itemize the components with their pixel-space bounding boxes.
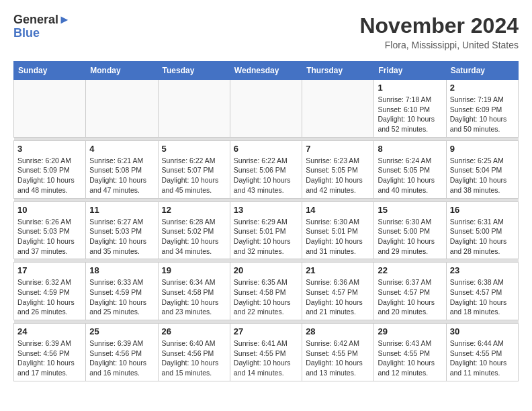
calendar-cell: 17Sunrise: 6:32 AMSunset: 4:59 PMDayligh… (14, 263, 86, 320)
calendar-cell (230, 80, 302, 138)
day-info: Sunrise: 6:33 AMSunset: 4:59 PMDaylight:… (89, 277, 154, 317)
calendar-cell: 28Sunrise: 6:42 AMSunset: 4:55 PMDayligh… (302, 324, 374, 381)
header: General► Blue November 2024 Flora, Missi… (13, 13, 519, 50)
calendar-cell (302, 80, 374, 138)
calendar-cell: 22Sunrise: 6:37 AMSunset: 4:57 PMDayligh… (374, 263, 446, 320)
day-number: 22 (378, 265, 442, 275)
day-number: 1 (378, 83, 442, 93)
calendar-cell (14, 80, 86, 138)
day-info: Sunrise: 6:42 AMSunset: 4:55 PMDaylight:… (306, 338, 370, 378)
logo-icon-shape: ► (58, 13, 71, 26)
day-info: Sunrise: 6:38 AMSunset: 4:57 PMDaylight:… (450, 277, 515, 317)
day-number: 2 (450, 83, 515, 93)
day-info: Sunrise: 6:21 AMSunset: 5:08 PMDaylight:… (89, 156, 154, 195)
weekday-header-thursday: Thursday (302, 62, 374, 80)
day-number: 23 (450, 265, 515, 275)
day-number: 27 (234, 326, 298, 336)
day-info: Sunrise: 6:20 AMSunset: 5:09 PMDaylight:… (17, 156, 82, 195)
logo: General► Blue (13, 13, 71, 40)
weekday-header-tuesday: Tuesday (158, 62, 230, 80)
day-info: Sunrise: 7:18 AMSunset: 6:10 PMDaylight:… (378, 95, 442, 134)
weekday-header-friday: Friday (374, 62, 446, 80)
day-info: Sunrise: 6:22 AMSunset: 5:06 PMDaylight:… (234, 156, 298, 195)
day-info: Sunrise: 6:37 AMSunset: 4:57 PMDaylight:… (378, 277, 442, 317)
calendar-cell: 29Sunrise: 6:43 AMSunset: 4:55 PMDayligh… (374, 324, 446, 381)
day-number: 7 (306, 144, 370, 154)
calendar-week-row: 17Sunrise: 6:32 AMSunset: 4:59 PMDayligh… (14, 263, 519, 320)
day-number: 29 (378, 326, 442, 336)
day-number: 18 (89, 265, 154, 275)
calendar-cell: 16Sunrise: 6:31 AMSunset: 5:00 PMDayligh… (446, 201, 518, 259)
calendar-cell: 12Sunrise: 6:28 AMSunset: 5:02 PMDayligh… (158, 201, 230, 259)
calendar-cell: 9Sunrise: 6:25 AMSunset: 5:04 PMDaylight… (446, 140, 518, 198)
day-number: 25 (89, 326, 154, 336)
day-info: Sunrise: 6:23 AMSunset: 5:05 PMDaylight:… (306, 156, 370, 195)
logo-general-text: General (13, 13, 58, 26)
calendar-cell: 27Sunrise: 6:41 AMSunset: 4:55 PMDayligh… (230, 324, 302, 381)
calendar-cell: 1Sunrise: 7:18 AMSunset: 6:10 PMDaylight… (374, 80, 446, 138)
calendar-cell: 18Sunrise: 6:33 AMSunset: 4:59 PMDayligh… (86, 263, 158, 320)
calendar-week-row: 10Sunrise: 6:26 AMSunset: 5:03 PMDayligh… (14, 201, 519, 259)
calendar-cell: 8Sunrise: 6:24 AMSunset: 5:05 PMDaylight… (374, 140, 446, 198)
day-info: Sunrise: 6:43 AMSunset: 4:55 PMDaylight:… (378, 338, 442, 378)
day-info: Sunrise: 6:44 AMSunset: 4:55 PMDaylight:… (450, 338, 515, 378)
calendar-cell: 23Sunrise: 6:38 AMSunset: 4:57 PMDayligh… (446, 263, 518, 320)
day-info: Sunrise: 6:40 AMSunset: 4:56 PMDaylight:… (162, 338, 226, 378)
day-number: 5 (162, 144, 226, 154)
logo-blue-text: Blue (13, 26, 40, 40)
logo-wordmark: General► Blue (13, 13, 71, 40)
calendar-week-row: 1Sunrise: 7:18 AMSunset: 6:10 PMDaylight… (14, 80, 519, 138)
day-number: 10 (17, 205, 82, 215)
day-number: 13 (234, 205, 298, 215)
day-number: 17 (17, 265, 82, 275)
weekday-header-wednesday: Wednesday (230, 62, 302, 80)
day-number: 6 (234, 144, 298, 154)
weekday-header-monday: Monday (86, 62, 158, 80)
day-info: Sunrise: 6:41 AMSunset: 4:55 PMDaylight:… (234, 338, 298, 378)
calendar-cell: 6Sunrise: 6:22 AMSunset: 5:06 PMDaylight… (230, 140, 302, 198)
calendar-cell: 11Sunrise: 6:27 AMSunset: 5:03 PMDayligh… (86, 201, 158, 259)
day-info: Sunrise: 6:26 AMSunset: 5:03 PMDaylight:… (17, 217, 82, 257)
calendar-cell: 2Sunrise: 7:19 AMSunset: 6:09 PMDaylight… (446, 80, 518, 138)
day-info: Sunrise: 6:25 AMSunset: 5:04 PMDaylight:… (450, 156, 515, 195)
day-info: Sunrise: 6:35 AMSunset: 4:58 PMDaylight:… (234, 277, 298, 317)
day-info: Sunrise: 6:39 AMSunset: 4:56 PMDaylight:… (89, 338, 154, 378)
calendar: SundayMondayTuesdayWednesdayThursdayFrid… (13, 61, 519, 381)
day-number: 30 (450, 326, 515, 336)
day-info: Sunrise: 6:29 AMSunset: 5:01 PMDaylight:… (234, 217, 298, 257)
day-number: 26 (162, 326, 226, 336)
calendar-cell (86, 80, 158, 138)
calendar-header-row: SundayMondayTuesdayWednesdayThursdayFrid… (14, 62, 519, 80)
day-info: Sunrise: 7:19 AMSunset: 6:09 PMDaylight:… (450, 95, 515, 134)
calendar-cell (158, 80, 230, 138)
calendar-week-row: 24Sunrise: 6:39 AMSunset: 4:56 PMDayligh… (14, 324, 519, 381)
day-number: 8 (378, 144, 442, 154)
day-number: 21 (306, 265, 370, 275)
day-number: 15 (378, 205, 442, 215)
day-number: 28 (306, 326, 370, 336)
calendar-cell: 25Sunrise: 6:39 AMSunset: 4:56 PMDayligh… (86, 324, 158, 381)
day-info: Sunrise: 6:24 AMSunset: 5:05 PMDaylight:… (378, 156, 442, 195)
day-info: Sunrise: 6:36 AMSunset: 4:57 PMDaylight:… (306, 277, 370, 317)
day-info: Sunrise: 6:32 AMSunset: 4:59 PMDaylight:… (17, 277, 82, 317)
calendar-cell: 20Sunrise: 6:35 AMSunset: 4:58 PMDayligh… (230, 263, 302, 320)
calendar-cell: 14Sunrise: 6:30 AMSunset: 5:01 PMDayligh… (302, 201, 374, 259)
location-title: Flora, Mississippi, United States (359, 40, 519, 50)
calendar-cell: 5Sunrise: 6:22 AMSunset: 5:07 PMDaylight… (158, 140, 230, 198)
month-title: November 2024 (359, 13, 519, 38)
day-info: Sunrise: 6:39 AMSunset: 4:56 PMDaylight:… (17, 338, 82, 378)
day-info: Sunrise: 6:31 AMSunset: 5:00 PMDaylight:… (450, 217, 515, 257)
calendar-cell: 21Sunrise: 6:36 AMSunset: 4:57 PMDayligh… (302, 263, 374, 320)
day-info: Sunrise: 6:27 AMSunset: 5:03 PMDaylight:… (89, 217, 154, 257)
calendar-cell: 4Sunrise: 6:21 AMSunset: 5:08 PMDaylight… (86, 140, 158, 198)
day-info: Sunrise: 6:30 AMSunset: 5:00 PMDaylight:… (378, 217, 442, 257)
day-number: 19 (162, 265, 226, 275)
day-number: 11 (89, 205, 154, 215)
day-info: Sunrise: 6:22 AMSunset: 5:07 PMDaylight:… (162, 156, 226, 195)
day-info: Sunrise: 6:30 AMSunset: 5:01 PMDaylight:… (306, 217, 370, 257)
day-number: 3 (17, 144, 82, 154)
calendar-cell: 10Sunrise: 6:26 AMSunset: 5:03 PMDayligh… (14, 201, 86, 259)
weekday-header-saturday: Saturday (446, 62, 518, 80)
day-number: 4 (89, 144, 154, 154)
calendar-cell: 7Sunrise: 6:23 AMSunset: 5:05 PMDaylight… (302, 140, 374, 198)
